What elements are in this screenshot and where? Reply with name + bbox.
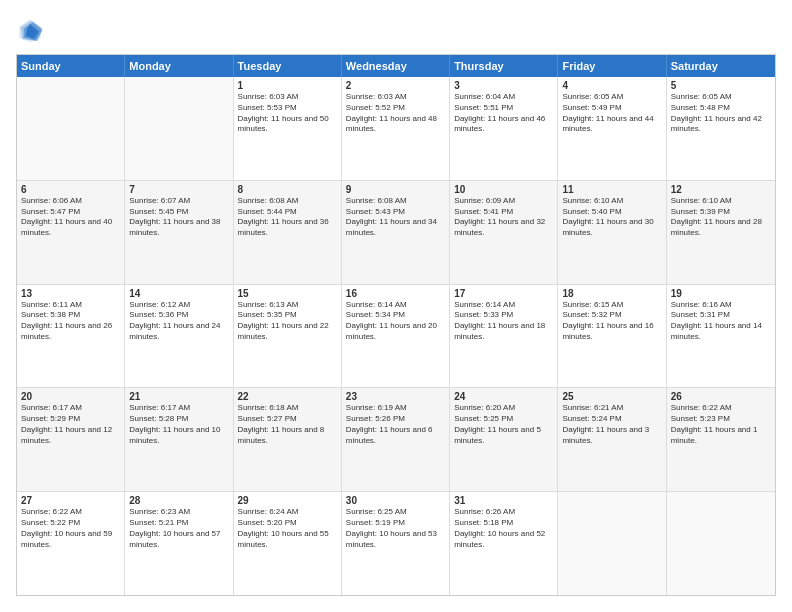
day-info: Sunrise: 6:10 AM Sunset: 5:39 PM Dayligh… bbox=[671, 196, 771, 239]
day-number: 26 bbox=[671, 391, 771, 402]
day-cell: 16Sunrise: 6:14 AM Sunset: 5:34 PM Dayli… bbox=[342, 285, 450, 388]
day-number: 11 bbox=[562, 184, 661, 195]
day-number: 21 bbox=[129, 391, 228, 402]
day-cell: 4Sunrise: 6:05 AM Sunset: 5:49 PM Daylig… bbox=[558, 77, 666, 180]
day-cell: 29Sunrise: 6:24 AM Sunset: 5:20 PM Dayli… bbox=[234, 492, 342, 595]
day-info: Sunrise: 6:14 AM Sunset: 5:33 PM Dayligh… bbox=[454, 300, 553, 343]
day-cell: 30Sunrise: 6:25 AM Sunset: 5:19 PM Dayli… bbox=[342, 492, 450, 595]
day-info: Sunrise: 6:07 AM Sunset: 5:45 PM Dayligh… bbox=[129, 196, 228, 239]
day-cell: 2Sunrise: 6:03 AM Sunset: 5:52 PM Daylig… bbox=[342, 77, 450, 180]
day-cell: 1Sunrise: 6:03 AM Sunset: 5:53 PM Daylig… bbox=[234, 77, 342, 180]
day-number: 12 bbox=[671, 184, 771, 195]
week-row-3: 13Sunrise: 6:11 AM Sunset: 5:38 PM Dayli… bbox=[17, 285, 775, 389]
day-number: 23 bbox=[346, 391, 445, 402]
day-info: Sunrise: 6:08 AM Sunset: 5:44 PM Dayligh… bbox=[238, 196, 337, 239]
day-cell: 5Sunrise: 6:05 AM Sunset: 5:48 PM Daylig… bbox=[667, 77, 775, 180]
day-header-monday: Monday bbox=[125, 55, 233, 77]
day-info: Sunrise: 6:05 AM Sunset: 5:48 PM Dayligh… bbox=[671, 92, 771, 135]
day-header-friday: Friday bbox=[558, 55, 666, 77]
day-number: 8 bbox=[238, 184, 337, 195]
day-cell: 11Sunrise: 6:10 AM Sunset: 5:40 PM Dayli… bbox=[558, 181, 666, 284]
day-number: 30 bbox=[346, 495, 445, 506]
day-cell: 12Sunrise: 6:10 AM Sunset: 5:39 PM Dayli… bbox=[667, 181, 775, 284]
week-row-5: 27Sunrise: 6:22 AM Sunset: 5:22 PM Dayli… bbox=[17, 492, 775, 595]
week-row-2: 6Sunrise: 6:06 AM Sunset: 5:47 PM Daylig… bbox=[17, 181, 775, 285]
day-cell: 18Sunrise: 6:15 AM Sunset: 5:32 PM Dayli… bbox=[558, 285, 666, 388]
day-cell: 15Sunrise: 6:13 AM Sunset: 5:35 PM Dayli… bbox=[234, 285, 342, 388]
day-cell: 28Sunrise: 6:23 AM Sunset: 5:21 PM Dayli… bbox=[125, 492, 233, 595]
calendar: SundayMondayTuesdayWednesdayThursdayFrid… bbox=[16, 54, 776, 596]
day-info: Sunrise: 6:22 AM Sunset: 5:22 PM Dayligh… bbox=[21, 507, 120, 550]
day-number: 15 bbox=[238, 288, 337, 299]
day-info: Sunrise: 6:06 AM Sunset: 5:47 PM Dayligh… bbox=[21, 196, 120, 239]
day-info: Sunrise: 6:05 AM Sunset: 5:49 PM Dayligh… bbox=[562, 92, 661, 135]
day-cell: 23Sunrise: 6:19 AM Sunset: 5:26 PM Dayli… bbox=[342, 388, 450, 491]
day-number: 28 bbox=[129, 495, 228, 506]
day-cell: 25Sunrise: 6:21 AM Sunset: 5:24 PM Dayli… bbox=[558, 388, 666, 491]
day-cell: 14Sunrise: 6:12 AM Sunset: 5:36 PM Dayli… bbox=[125, 285, 233, 388]
day-info: Sunrise: 6:17 AM Sunset: 5:29 PM Dayligh… bbox=[21, 403, 120, 446]
week-row-4: 20Sunrise: 6:17 AM Sunset: 5:29 PM Dayli… bbox=[17, 388, 775, 492]
day-number: 18 bbox=[562, 288, 661, 299]
day-info: Sunrise: 6:09 AM Sunset: 5:41 PM Dayligh… bbox=[454, 196, 553, 239]
day-number: 24 bbox=[454, 391, 553, 402]
day-cell: 17Sunrise: 6:14 AM Sunset: 5:33 PM Dayli… bbox=[450, 285, 558, 388]
day-info: Sunrise: 6:20 AM Sunset: 5:25 PM Dayligh… bbox=[454, 403, 553, 446]
day-cell: 9Sunrise: 6:08 AM Sunset: 5:43 PM Daylig… bbox=[342, 181, 450, 284]
day-info: Sunrise: 6:15 AM Sunset: 5:32 PM Dayligh… bbox=[562, 300, 661, 343]
day-number: 4 bbox=[562, 80, 661, 91]
day-number: 9 bbox=[346, 184, 445, 195]
day-cell bbox=[125, 77, 233, 180]
day-cell bbox=[17, 77, 125, 180]
day-info: Sunrise: 6:03 AM Sunset: 5:53 PM Dayligh… bbox=[238, 92, 337, 135]
day-info: Sunrise: 6:16 AM Sunset: 5:31 PM Dayligh… bbox=[671, 300, 771, 343]
day-header-saturday: Saturday bbox=[667, 55, 775, 77]
day-info: Sunrise: 6:17 AM Sunset: 5:28 PM Dayligh… bbox=[129, 403, 228, 446]
day-number: 6 bbox=[21, 184, 120, 195]
day-info: Sunrise: 6:23 AM Sunset: 5:21 PM Dayligh… bbox=[129, 507, 228, 550]
day-info: Sunrise: 6:08 AM Sunset: 5:43 PM Dayligh… bbox=[346, 196, 445, 239]
day-number: 25 bbox=[562, 391, 661, 402]
day-info: Sunrise: 6:14 AM Sunset: 5:34 PM Dayligh… bbox=[346, 300, 445, 343]
week-row-1: 1Sunrise: 6:03 AM Sunset: 5:53 PM Daylig… bbox=[17, 77, 775, 181]
day-cell: 13Sunrise: 6:11 AM Sunset: 5:38 PM Dayli… bbox=[17, 285, 125, 388]
day-info: Sunrise: 6:26 AM Sunset: 5:18 PM Dayligh… bbox=[454, 507, 553, 550]
day-cell bbox=[667, 492, 775, 595]
day-info: Sunrise: 6:21 AM Sunset: 5:24 PM Dayligh… bbox=[562, 403, 661, 446]
day-number: 16 bbox=[346, 288, 445, 299]
header bbox=[16, 16, 776, 44]
day-info: Sunrise: 6:13 AM Sunset: 5:35 PM Dayligh… bbox=[238, 300, 337, 343]
day-number: 7 bbox=[129, 184, 228, 195]
day-cell: 31Sunrise: 6:26 AM Sunset: 5:18 PM Dayli… bbox=[450, 492, 558, 595]
day-cell: 3Sunrise: 6:04 AM Sunset: 5:51 PM Daylig… bbox=[450, 77, 558, 180]
calendar-body: 1Sunrise: 6:03 AM Sunset: 5:53 PM Daylig… bbox=[17, 77, 775, 595]
day-number: 31 bbox=[454, 495, 553, 506]
day-number: 27 bbox=[21, 495, 120, 506]
day-info: Sunrise: 6:12 AM Sunset: 5:36 PM Dayligh… bbox=[129, 300, 228, 343]
day-cell: 6Sunrise: 6:06 AM Sunset: 5:47 PM Daylig… bbox=[17, 181, 125, 284]
day-info: Sunrise: 6:19 AM Sunset: 5:26 PM Dayligh… bbox=[346, 403, 445, 446]
day-cell bbox=[558, 492, 666, 595]
page: SundayMondayTuesdayWednesdayThursdayFrid… bbox=[0, 0, 792, 612]
day-info: Sunrise: 6:18 AM Sunset: 5:27 PM Dayligh… bbox=[238, 403, 337, 446]
day-number: 1 bbox=[238, 80, 337, 91]
day-cell: 7Sunrise: 6:07 AM Sunset: 5:45 PM Daylig… bbox=[125, 181, 233, 284]
day-header-thursday: Thursday bbox=[450, 55, 558, 77]
day-header-wednesday: Wednesday bbox=[342, 55, 450, 77]
day-number: 29 bbox=[238, 495, 337, 506]
day-number: 14 bbox=[129, 288, 228, 299]
day-cell: 21Sunrise: 6:17 AM Sunset: 5:28 PM Dayli… bbox=[125, 388, 233, 491]
day-header-sunday: Sunday bbox=[17, 55, 125, 77]
day-cell: 10Sunrise: 6:09 AM Sunset: 5:41 PM Dayli… bbox=[450, 181, 558, 284]
logo-icon bbox=[16, 16, 44, 44]
day-info: Sunrise: 6:11 AM Sunset: 5:38 PM Dayligh… bbox=[21, 300, 120, 343]
day-number: 20 bbox=[21, 391, 120, 402]
day-number: 17 bbox=[454, 288, 553, 299]
day-info: Sunrise: 6:10 AM Sunset: 5:40 PM Dayligh… bbox=[562, 196, 661, 239]
day-number: 22 bbox=[238, 391, 337, 402]
day-cell: 22Sunrise: 6:18 AM Sunset: 5:27 PM Dayli… bbox=[234, 388, 342, 491]
day-cell: 27Sunrise: 6:22 AM Sunset: 5:22 PM Dayli… bbox=[17, 492, 125, 595]
day-info: Sunrise: 6:24 AM Sunset: 5:20 PM Dayligh… bbox=[238, 507, 337, 550]
day-headers-row: SundayMondayTuesdayWednesdayThursdayFrid… bbox=[17, 55, 775, 77]
day-number: 13 bbox=[21, 288, 120, 299]
